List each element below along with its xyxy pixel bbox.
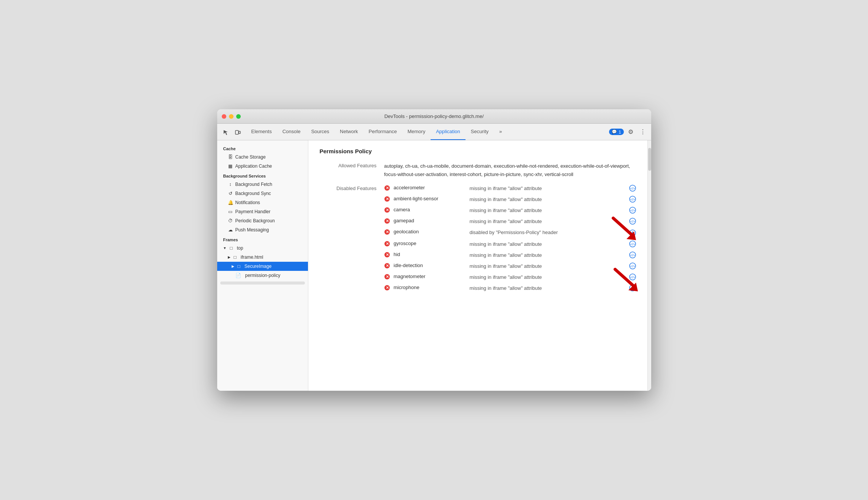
periodic-bg-label: Periodic Backgroun [235,218,275,223]
error-icon-camera: ✕ [384,207,390,214]
device-toolbar-button[interactable] [232,127,243,137]
tab-application[interactable]: Application [431,124,466,140]
toolbar-icons [220,127,243,137]
svg-text:✕: ✕ [385,286,388,290]
feature-name-camera: camera [394,207,470,212]
feature-reason-camera: missing in iframe "allow" attribute [470,207,625,214]
tab-performance[interactable]: Performance [363,124,402,140]
svg-text:✕: ✕ [385,197,388,201]
sidebar-item-notifications[interactable]: 🔔 Notifications [217,198,308,207]
devtools-tabs: Elements Console Sources Network Perform… [246,124,507,140]
close-button[interactable] [222,114,226,119]
allowed-features-value: autoplay, ch-ua, ch-ua-mobile, document-… [384,162,636,179]
sidebar-item-periodic-bg[interactable]: ⏱ Periodic Backgroun [217,216,308,225]
inspect-element-button[interactable] [220,127,231,137]
error-icon-ambient: ✕ [384,196,390,203]
svg-text:</>: </> [630,209,635,212]
payment-handler-icon: ▭ [228,209,233,214]
svg-text:✕: ✕ [385,242,388,246]
secure-image-icon: □ [238,264,240,269]
code-icon-microphone[interactable]: </> [629,285,636,292]
feature-row-ambient: ✕ ambient-light-sensor missing in iframe… [384,196,636,204]
sidebar-item-bg-fetch[interactable]: ↕ Background Fetch [217,180,308,189]
code-icon-magnetometer[interactable]: </> [629,274,636,281]
tab-more[interactable]: » [494,124,507,140]
svg-text:</>: </> [630,242,635,246]
feature-name-accelerometer: accelerometer [394,185,470,190]
sidebar: Cache 🗄 Cache Storage ▦ Application Cach… [217,140,308,391]
svg-rect-1 [239,131,240,134]
tab-elements[interactable]: Elements [246,124,277,140]
feedback-icon: 💬 [612,129,617,134]
feature-row-camera: ✕ camera missing in iframe "allow" attri… [384,207,636,215]
feature-name-ambient: ambient-light-sensor [394,196,470,201]
svg-text:✕: ✕ [385,275,388,279]
sidebar-item-push-messaging[interactable]: ☁ Push Messaging [217,225,308,234]
application-cache-label: Application Cache [235,164,272,169]
maximize-button[interactable] [236,114,241,119]
window-title: DevTools - permission-policy-demo.glitch… [384,113,484,119]
sidebar-item-payment-handler[interactable]: ▭ Payment Handler [217,207,308,216]
tab-sources[interactable]: Sources [306,124,335,140]
code-icon-geolocation[interactable] [629,230,636,237]
code-icon-ambient[interactable]: </> [629,196,636,204]
settings-button[interactable]: ⚙ [625,127,636,137]
main-scrollbar[interactable] [647,140,651,391]
feature-row-gamepad: ✕ gamepad missing in iframe "allow" attr… [384,218,636,226]
svg-text:✕: ✕ [385,264,388,268]
more-button[interactable]: ⋮ [638,127,648,137]
tab-console[interactable]: Console [277,124,306,140]
main-panel: Permissions Policy Allowed Features auto… [308,140,647,391]
permission-policy-icon: 📄 [235,273,241,278]
code-icon-idle[interactable]: </> [629,263,636,270]
bg-fetch-icon: ↕ [228,182,233,187]
minimize-button[interactable] [229,114,234,119]
scrollbar-thumb[interactable] [648,148,651,171]
feature-name-geolocation: geolocation [394,229,470,234]
svg-text:✕: ✕ [385,208,388,212]
triangle-secure: ▶ [232,264,234,268]
svg-text:</>: </> [630,286,635,290]
feature-reason-hid: missing in iframe "allow" attribute [470,252,625,259]
feature-row-magnetometer: ✕ magnetometer missing in iframe "allow"… [384,274,636,281]
feature-row-microphone: ✕ microphone missing in iframe "allow" a… [384,285,636,292]
disabled-features-label: Disabled Features [320,185,384,191]
feature-row-geolocation: ✕ geolocation disabled by "Permissions-P… [384,229,636,237]
code-icon-gyroscope[interactable]: </> [629,241,636,248]
sidebar-item-iframe[interactable]: ▶ □ iframe.html [217,253,308,262]
error-icon-hid: ✕ [384,252,390,259]
feature-name-gamepad: gamepad [394,218,470,223]
tab-network[interactable]: Network [335,124,363,140]
devtools-window: DevTools - permission-policy-demo.glitch… [217,109,651,391]
sidebar-item-cache-storage[interactable]: 🗄 Cache Storage [217,153,308,162]
periodic-bg-icon: ⏱ [228,218,233,223]
svg-rect-0 [235,131,238,134]
svg-text:</>: </> [630,198,635,201]
code-icon-gamepad[interactable]: </> [629,218,636,226]
feature-name-gyroscope: gyroscope [394,241,470,246]
window-controls [222,114,241,119]
code-icon-camera[interactable]: </> [629,207,636,215]
tab-memory[interactable]: Memory [402,124,431,140]
sidebar-item-secure-image[interactable]: ▶ □ SecureImage [217,262,308,271]
feedback-badge[interactable]: 💬 1 [609,129,623,135]
code-icon-accelerometer[interactable]: </> [629,185,636,193]
svg-text:</>: </> [630,253,635,257]
svg-point-20 [630,230,636,236]
error-icon-gyroscope: ✕ [384,241,390,248]
sidebar-item-application-cache[interactable]: ▦ Application Cache [217,162,308,171]
feature-reason-ambient: missing in iframe "allow" attribute [470,196,625,203]
sidebar-item-bg-sync[interactable]: ↺ Background Sync [217,189,308,198]
feature-reason-microphone: missing in iframe "allow" attribute [470,285,625,292]
tab-security[interactable]: Security [466,124,494,140]
cache-storage-label: Cache Storage [235,154,266,160]
permission-policy-label: permission-policy [245,273,281,278]
sidebar-scrollbar [220,281,305,285]
svg-text:</>: </> [630,275,635,279]
sidebar-item-permission-policy[interactable]: 📄 permission-policy [217,271,308,280]
devtools-body: Cache 🗄 Cache Storage ▦ Application Cach… [217,140,651,391]
error-icon-idle: ✕ [384,263,390,270]
disabled-features-table: ✕ accelerometer missing in iframe "allow… [384,185,636,296]
code-icon-hid[interactable]: </> [629,252,636,259]
sidebar-item-top[interactable]: ▼ □ top [217,244,308,253]
